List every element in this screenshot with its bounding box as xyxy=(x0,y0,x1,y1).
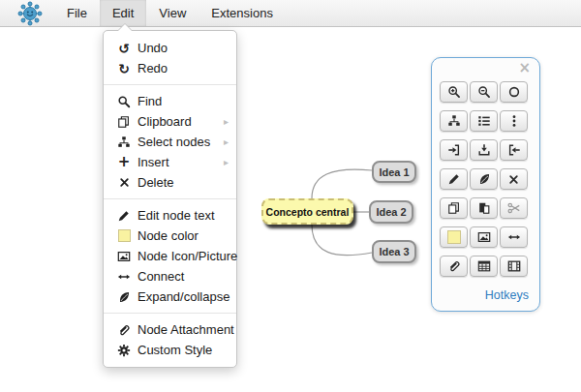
copy-icon xyxy=(447,201,461,215)
import-node-button[interactable] xyxy=(440,139,468,161)
menu-item-redo[interactable]: ↻ Redo xyxy=(104,58,236,78)
copy-button[interactable] xyxy=(440,197,468,219)
copy-icon xyxy=(116,114,132,130)
menu-edit[interactable]: Edit xyxy=(100,0,146,26)
table-icon xyxy=(477,259,491,273)
attachment-button[interactable] xyxy=(440,256,468,277)
connect-icon xyxy=(116,269,132,285)
menu-item-node-icon-picture[interactable]: Node Icon/Picture xyxy=(104,246,236,266)
pencil-icon xyxy=(447,172,461,186)
export-node-button[interactable] xyxy=(500,139,528,161)
submenu-arrow-icon: ▸ xyxy=(224,136,229,147)
delete-node-button[interactable] xyxy=(500,168,528,190)
menu-item-clipboard[interactable]: Clipboard ▸ xyxy=(104,111,236,132)
x-icon xyxy=(508,174,519,185)
menu-item-undo[interactable]: ↺ Undo xyxy=(104,38,236,58)
menu-item-node-color[interactable]: Node color xyxy=(104,226,236,246)
idea-node-1[interactable]: Idea 1 xyxy=(372,161,416,183)
submenu-arrow-icon: ▸ xyxy=(224,116,229,127)
menu-separator xyxy=(104,84,236,85)
circle-icon xyxy=(507,85,521,99)
redo-icon: ↻ xyxy=(116,61,132,76)
connect-button[interactable] xyxy=(500,226,528,248)
palette-grid xyxy=(440,81,539,277)
submenu-arrow-icon: ▸ xyxy=(224,157,229,167)
color-swatch-icon xyxy=(116,228,132,244)
search-icon xyxy=(116,94,132,109)
menu-extensions[interactable]: Extensions xyxy=(199,0,286,26)
node-picture-button[interactable] xyxy=(470,226,498,248)
select-nodes-button[interactable] xyxy=(440,110,468,132)
central-node[interactable]: Concepto central xyxy=(261,198,353,225)
list-icon xyxy=(477,114,491,128)
idea-node-2[interactable]: Idea 2 xyxy=(369,200,413,224)
more-options-button[interactable] xyxy=(500,110,528,132)
app-logo[interactable] xyxy=(17,0,43,26)
menu-item-node-attachment[interactable]: Node Attachment xyxy=(104,319,236,340)
menubar: File Edit View Extensions xyxy=(0,0,581,27)
menu-view[interactable]: View xyxy=(146,0,199,26)
edit-node-text-button[interactable] xyxy=(440,168,468,190)
leaf-icon xyxy=(477,172,491,186)
picture-icon xyxy=(477,230,491,244)
zoom-in-icon xyxy=(447,85,461,99)
menu-item-find[interactable]: Find xyxy=(104,91,236,111)
tool-palette: × Hotkeys xyxy=(431,57,540,312)
cut-button[interactable] xyxy=(500,197,528,219)
plus-icon: + xyxy=(116,155,132,170)
frame-button[interactable] xyxy=(500,256,528,277)
paste-icon xyxy=(477,201,491,215)
expand-collapse-button[interactable] xyxy=(470,168,498,190)
node-list-button[interactable] xyxy=(470,110,498,132)
paperclip-icon xyxy=(447,259,461,273)
zoom-out-button[interactable] xyxy=(470,81,498,103)
zoom-in-button[interactable] xyxy=(440,81,468,103)
picture-icon xyxy=(116,249,132,264)
undo-icon: ↺ xyxy=(116,41,132,56)
mindmap-logo-icon xyxy=(17,1,43,26)
tree-icon xyxy=(116,135,132,150)
connect-icon xyxy=(507,230,521,244)
tree-icon xyxy=(447,114,461,128)
paste-button[interactable] xyxy=(470,197,498,219)
menu-item-delete[interactable]: Delete xyxy=(104,172,236,193)
edit-menu-dropdown: ↺ Undo ↻ Redo Find Clipboard ▸ Select no… xyxy=(103,30,237,368)
menu-item-custom-style[interactable]: Custom Style xyxy=(104,340,236,360)
menu-item-edit-node-text[interactable]: Edit node text xyxy=(104,205,236,226)
download-button[interactable] xyxy=(470,139,498,161)
hotkeys-link[interactable]: Hotkeys xyxy=(485,288,529,302)
ellipsis-icon xyxy=(507,114,521,128)
menu-file[interactable]: File xyxy=(54,0,100,26)
zoom-reset-button[interactable] xyxy=(500,81,528,103)
film-icon xyxy=(507,259,521,273)
menu-separator xyxy=(104,313,236,314)
menu-item-expand-collapse[interactable]: Expand/collapse xyxy=(104,286,236,307)
scissors-icon xyxy=(507,201,521,215)
leaf-icon xyxy=(116,289,132,305)
gear-icon xyxy=(116,343,132,358)
delete-icon xyxy=(116,175,132,191)
menu-item-select-nodes[interactable]: Select nodes ▸ xyxy=(104,132,236,152)
zoom-out-icon xyxy=(477,85,491,99)
menu-item-connect[interactable]: Connect xyxy=(104,266,236,286)
close-icon[interactable]: × xyxy=(518,61,531,75)
node-color-button[interactable] xyxy=(440,226,468,248)
export-icon xyxy=(507,143,521,157)
menu-separator xyxy=(104,198,236,199)
color-swatch-icon xyxy=(447,230,461,244)
import-icon xyxy=(447,143,461,157)
idea-node-3[interactable]: Idea 3 xyxy=(372,240,416,263)
table-button[interactable] xyxy=(470,256,498,277)
menu-item-insert[interactable]: + Insert ▸ xyxy=(104,152,236,172)
pencil-icon xyxy=(116,208,132,224)
download-icon xyxy=(477,143,491,157)
paperclip-icon xyxy=(116,322,132,338)
